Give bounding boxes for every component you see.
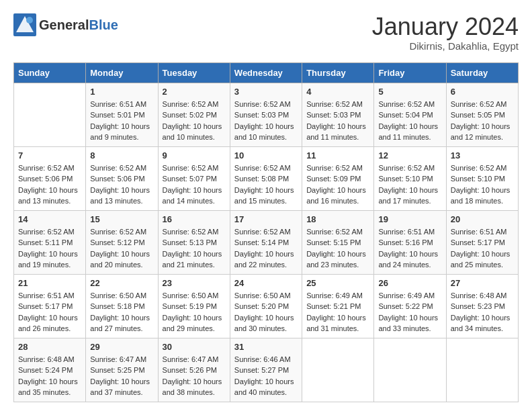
calendar-cell: 2Sunrise: 6:52 AM Sunset: 5:02 PM Daylig… — [158, 83, 230, 146]
calendar-cell: 5Sunrise: 6:52 AM Sunset: 5:04 PM Daylig… — [374, 83, 446, 146]
day-number: 26 — [378, 278, 441, 288]
title-section: January 2024 Dikirnis, Dakahlia, Egypt — [372, 13, 519, 52]
calendar-cell — [374, 338, 446, 402]
day-number: 24 — [234, 278, 298, 288]
day-info: Sunrise: 6:52 AM Sunset: 5:06 PM Dayligh… — [18, 163, 81, 207]
calendar-cell — [14, 83, 86, 146]
calendar-cell: 1Sunrise: 6:51 AM Sunset: 5:01 PM Daylig… — [86, 83, 158, 146]
calendar-week-row: 14Sunrise: 6:52 AM Sunset: 5:11 PM Dayli… — [14, 210, 519, 274]
svg-point-2 — [26, 17, 33, 24]
calendar-cell: 8Sunrise: 6:52 AM Sunset: 5:06 PM Daylig… — [86, 146, 158, 210]
calendar-cell: 23Sunrise: 6:50 AM Sunset: 5:19 PM Dayli… — [158, 274, 230, 338]
day-number: 21 — [18, 278, 81, 288]
calendar-cell: 9Sunrise: 6:52 AM Sunset: 5:07 PM Daylig… — [158, 146, 230, 210]
logo-general-text: General — [39, 17, 89, 32]
day-number: 28 — [18, 342, 81, 352]
calendar-cell: 30Sunrise: 6:47 AM Sunset: 5:26 PM Dayli… — [158, 338, 230, 402]
page-header: GeneralBlue January 2024 Dikirnis, Dakah… — [13, 13, 519, 52]
day-info: Sunrise: 6:51 AM Sunset: 5:01 PM Dayligh… — [90, 99, 153, 143]
day-info: Sunrise: 6:52 AM Sunset: 5:11 PM Dayligh… — [18, 226, 81, 271]
day-number: 11 — [306, 150, 369, 161]
day-info: Sunrise: 6:52 AM Sunset: 5:15 PM Dayligh… — [306, 226, 369, 271]
day-info: Sunrise: 6:48 AM Sunset: 5:23 PM Dayligh… — [451, 290, 514, 334]
day-number: 8 — [90, 150, 153, 161]
day-number: 22 — [90, 278, 153, 288]
day-number: 5 — [378, 87, 441, 97]
day-number: 17 — [234, 214, 298, 224]
calendar-cell: 27Sunrise: 6:48 AM Sunset: 5:23 PM Dayli… — [446, 274, 518, 338]
day-header-friday: Friday — [374, 62, 446, 83]
day-number: 25 — [306, 278, 369, 288]
day-info: Sunrise: 6:47 AM Sunset: 5:25 PM Dayligh… — [90, 354, 153, 398]
day-info: Sunrise: 6:49 AM Sunset: 5:22 PM Dayligh… — [378, 290, 441, 334]
calendar-cell: 10Sunrise: 6:52 AM Sunset: 5:08 PM Dayli… — [230, 146, 302, 210]
day-number: 31 — [234, 342, 298, 352]
day-number: 15 — [90, 214, 153, 224]
day-number: 12 — [378, 150, 441, 161]
logo-blue-text: Blue — [89, 17, 118, 32]
day-number: 20 — [451, 214, 514, 224]
day-number: 7 — [18, 150, 81, 161]
day-info: Sunrise: 6:46 AM Sunset: 5:27 PM Dayligh… — [234, 354, 298, 398]
month-title: January 2024 — [372, 13, 519, 40]
calendar-cell: 4Sunrise: 6:52 AM Sunset: 5:03 PM Daylig… — [302, 83, 374, 146]
calendar-cell: 13Sunrise: 6:52 AM Sunset: 5:10 PM Dayli… — [446, 146, 518, 210]
logo-icon — [13, 13, 36, 36]
calendar-table: SundayMondayTuesdayWednesdayThursdayFrid… — [13, 62, 519, 402]
day-header-wednesday: Wednesday — [230, 62, 302, 83]
calendar-cell: 19Sunrise: 6:51 AM Sunset: 5:16 PM Dayli… — [374, 210, 446, 274]
calendar-cell: 6Sunrise: 6:52 AM Sunset: 5:05 PM Daylig… — [446, 83, 518, 146]
day-header-saturday: Saturday — [446, 62, 518, 83]
day-number: 18 — [306, 214, 369, 224]
day-info: Sunrise: 6:52 AM Sunset: 5:10 PM Dayligh… — [451, 163, 514, 207]
day-info: Sunrise: 6:52 AM Sunset: 5:10 PM Dayligh… — [378, 163, 441, 207]
day-info: Sunrise: 6:49 AM Sunset: 5:21 PM Dayligh… — [306, 290, 369, 334]
calendar-cell: 16Sunrise: 6:52 AM Sunset: 5:13 PM Dayli… — [158, 210, 230, 274]
day-number: 30 — [163, 342, 226, 352]
calendar-cell: 24Sunrise: 6:50 AM Sunset: 5:20 PM Dayli… — [230, 274, 302, 338]
calendar-cell — [446, 338, 518, 402]
calendar-cell: 22Sunrise: 6:50 AM Sunset: 5:18 PM Dayli… — [86, 274, 158, 338]
calendar-week-row: 1Sunrise: 6:51 AM Sunset: 5:01 PM Daylig… — [14, 83, 519, 146]
logo: GeneralBlue — [13, 13, 118, 36]
calendar-cell: 11Sunrise: 6:52 AM Sunset: 5:09 PM Dayli… — [302, 146, 374, 210]
day-number: 27 — [451, 278, 514, 288]
day-header-tuesday: Tuesday — [158, 62, 230, 83]
day-info: Sunrise: 6:52 AM Sunset: 5:04 PM Dayligh… — [378, 99, 441, 143]
day-info: Sunrise: 6:51 AM Sunset: 5:17 PM Dayligh… — [451, 226, 514, 271]
day-number: 1 — [90, 87, 153, 97]
day-number: 13 — [451, 150, 514, 161]
calendar-cell: 21Sunrise: 6:51 AM Sunset: 5:17 PM Dayli… — [14, 274, 86, 338]
day-number: 6 — [451, 87, 514, 97]
calendar-cell: 17Sunrise: 6:52 AM Sunset: 5:14 PM Dayli… — [230, 210, 302, 274]
calendar-cell: 26Sunrise: 6:49 AM Sunset: 5:22 PM Dayli… — [374, 274, 446, 338]
day-info: Sunrise: 6:52 AM Sunset: 5:06 PM Dayligh… — [90, 163, 153, 207]
day-info: Sunrise: 6:50 AM Sunset: 5:18 PM Dayligh… — [90, 290, 153, 334]
day-header-monday: Monday — [86, 62, 158, 83]
calendar-week-row: 28Sunrise: 6:48 AM Sunset: 5:24 PM Dayli… — [14, 338, 519, 402]
day-info: Sunrise: 6:52 AM Sunset: 5:08 PM Dayligh… — [234, 163, 298, 207]
day-number: 2 — [163, 87, 226, 97]
day-info: Sunrise: 6:51 AM Sunset: 5:17 PM Dayligh… — [18, 290, 81, 334]
day-number: 14 — [18, 214, 81, 224]
day-info: Sunrise: 6:52 AM Sunset: 5:02 PM Dayligh… — [163, 99, 226, 143]
day-info: Sunrise: 6:52 AM Sunset: 5:14 PM Dayligh… — [234, 226, 298, 271]
day-header-thursday: Thursday — [302, 62, 374, 83]
day-info: Sunrise: 6:51 AM Sunset: 5:16 PM Dayligh… — [378, 226, 441, 271]
calendar-cell: 18Sunrise: 6:52 AM Sunset: 5:15 PM Dayli… — [302, 210, 374, 274]
location-text: Dikirnis, Dakahlia, Egypt — [372, 40, 519, 52]
calendar-week-row: 21Sunrise: 6:51 AM Sunset: 5:17 PM Dayli… — [14, 274, 519, 338]
day-number: 23 — [163, 278, 226, 288]
calendar-header-row: SundayMondayTuesdayWednesdayThursdayFrid… — [14, 62, 519, 83]
day-info: Sunrise: 6:52 AM Sunset: 5:03 PM Dayligh… — [234, 99, 298, 143]
calendar-cell — [302, 338, 374, 402]
calendar-cell: 20Sunrise: 6:51 AM Sunset: 5:17 PM Dayli… — [446, 210, 518, 274]
day-number: 16 — [163, 214, 226, 224]
calendar-cell: 7Sunrise: 6:52 AM Sunset: 5:06 PM Daylig… — [14, 146, 86, 210]
day-info: Sunrise: 6:50 AM Sunset: 5:20 PM Dayligh… — [234, 290, 298, 334]
day-info: Sunrise: 6:48 AM Sunset: 5:24 PM Dayligh… — [18, 354, 81, 398]
calendar-cell: 12Sunrise: 6:52 AM Sunset: 5:10 PM Dayli… — [374, 146, 446, 210]
day-info: Sunrise: 6:52 AM Sunset: 5:12 PM Dayligh… — [90, 226, 153, 271]
day-info: Sunrise: 6:50 AM Sunset: 5:19 PM Dayligh… — [163, 290, 226, 334]
day-info: Sunrise: 6:52 AM Sunset: 5:05 PM Dayligh… — [451, 99, 514, 143]
